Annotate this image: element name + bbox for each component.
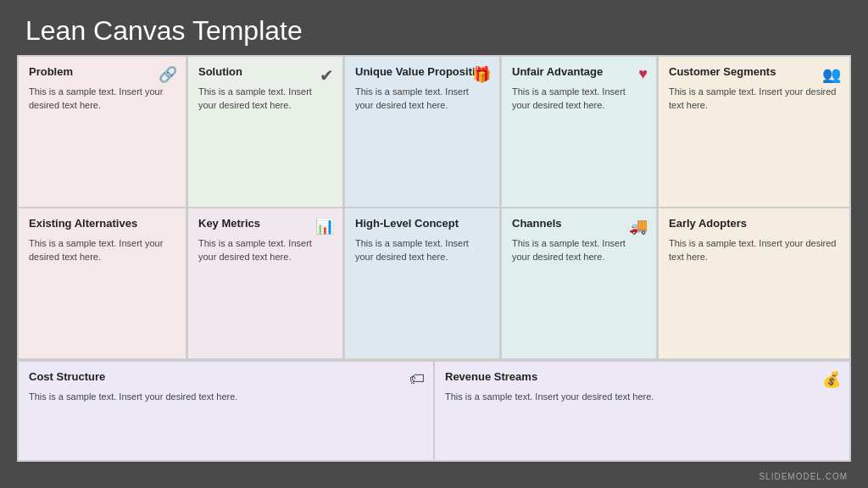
solution-cell: Solution ✔ This is a sample text. Insert… (187, 56, 343, 208)
problem-title: Problem (29, 65, 175, 80)
revenue-icon: 💰 (822, 370, 841, 389)
revenue-title: Revenue Streams (445, 370, 839, 385)
watermark: SLIDEMODEL.COM (759, 472, 848, 481)
key-metrics-title: Key Metrics (198, 217, 332, 231)
channels-icon: 🚚 (629, 217, 648, 236)
key-metrics-text: This is a sample text. Insert your desir… (198, 236, 332, 264)
uvp-icon: 🎁 (472, 65, 491, 84)
channels-text: This is a sample text. Insert your desir… (512, 236, 646, 264)
channels-cell: Channels 🚚 This is a sample text. Insert… (501, 208, 657, 359)
key-metrics-cell: Key Metrics 📊 This is a sample text. Ins… (187, 208, 343, 359)
unfair-text: This is a sample text. Insert your desir… (512, 85, 646, 113)
revenue-cell: Revenue Streams 💰 This is a sample text.… (434, 361, 850, 461)
unfair-title: Unfair Advantage (512, 65, 646, 80)
hlc-title: High-Level Concept (355, 217, 489, 231)
solution-text: This is a sample text. Insert your desir… (198, 85, 332, 113)
customer-icon: 👥 (822, 65, 841, 84)
problem-cell: Problem 🔗 This is a sample text. Insert … (18, 56, 186, 208)
existing-cell: Existing Alternatives This is a sample t… (18, 208, 186, 359)
left-section: Problem 🔗 This is a sample text. Insert … (18, 56, 187, 359)
revenue-text: This is a sample text. Insert your desir… (445, 390, 839, 404)
problem-icon: 🔗 (159, 65, 177, 84)
center-section: Unique Value Proposition 🎁 This is a sam… (344, 56, 501, 359)
solution-title: Solution (198, 65, 332, 80)
page-title: Lean Canvas Template (0, 0, 868, 55)
existing-text: This is a sample text. Insert your desir… (29, 236, 175, 264)
hlc-cell: High-Level Concept This is a sample text… (344, 208, 500, 359)
cost-cell: Cost Structure 🏷 This is a sample text. … (18, 361, 434, 461)
channels-title: Channels (512, 217, 646, 231)
existing-title: Existing Alternatives (29, 217, 175, 231)
uvp-cell: Unique Value Proposition 🎁 This is a sam… (344, 56, 500, 208)
bottom-row: Cost Structure 🏷 This is a sample text. … (18, 359, 850, 461)
uvp-title: Unique Value Proposition (355, 65, 489, 80)
solution-icon: ✔ (320, 65, 334, 86)
hlc-text: This is a sample text. Insert your desir… (355, 236, 489, 264)
lean-canvas: Problem 🔗 This is a sample text. Insert … (17, 55, 851, 462)
early-text: This is a sample text. Insert your desir… (669, 236, 839, 264)
key-metrics-icon: 📊 (315, 217, 334, 236)
cost-title: Cost Structure (29, 370, 423, 385)
unfair-section: Unfair Advantage ♥ This is a sample text… (501, 56, 658, 359)
early-title: Early Adopters (669, 217, 839, 231)
solution-section: Solution ✔ This is a sample text. Insert… (187, 56, 344, 359)
customer-text: This is a sample text. Insert your desir… (669, 85, 839, 113)
unfair-cell: Unfair Advantage ♥ This is a sample text… (501, 56, 657, 208)
top-rows: Problem 🔗 This is a sample text. Insert … (18, 56, 850, 359)
cost-text: This is a sample text. Insert your desir… (29, 390, 423, 404)
unfair-icon: ♥ (638, 65, 648, 83)
right-section: Customer Segments 👥 This is a sample tex… (658, 56, 850, 359)
customer-title: Customer Segments (669, 65, 839, 80)
early-cell: Early Adopters This is a sample text. In… (658, 208, 850, 359)
customer-cell: Customer Segments 👥 This is a sample tex… (658, 56, 850, 208)
cost-icon: 🏷 (409, 370, 425, 388)
problem-text: This is a sample text. Insert your desir… (29, 85, 175, 113)
uvp-text: This is a sample text. Insert your desir… (355, 85, 489, 113)
